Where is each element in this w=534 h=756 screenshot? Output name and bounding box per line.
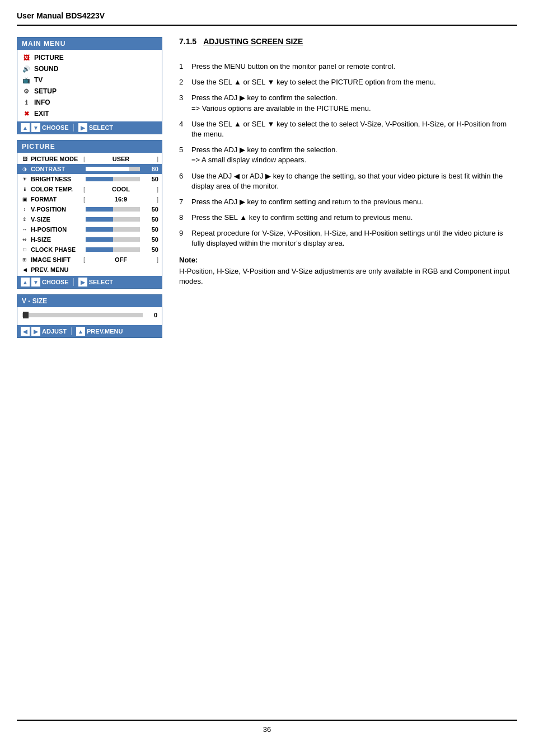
step-6-num: 6 bbox=[179, 171, 187, 191]
picture-mode-item[interactable]: 🖼 PICTURE MODE [ USER ] bbox=[17, 154, 162, 164]
clock-phase-bar bbox=[86, 247, 140, 252]
menu-item-setup-label: SETUP bbox=[34, 87, 57, 95]
section-number: 7.1.5 bbox=[179, 37, 196, 46]
step-3: 3 Press the ADJ ▶ key to confirm the sel… bbox=[179, 93, 517, 113]
brightness-item[interactable]: ☀ BRIGHTNESS 50 bbox=[17, 174, 162, 184]
step-3-text: Press the ADJ ▶ key to confirm the selec… bbox=[191, 93, 517, 113]
vsize-footer: ◀ ▶ ADJUST ▲ PREV.MENU bbox=[17, 325, 162, 337]
contrast-item[interactable]: ◑ CONTRAST 80 bbox=[17, 164, 162, 174]
h-position-bar-fill bbox=[86, 227, 113, 232]
menu-item-tv[interactable]: 📺 TV bbox=[17, 74, 162, 86]
v-size-bar-fill bbox=[86, 217, 113, 222]
image-shift-icon: ⊞ bbox=[21, 256, 29, 264]
section-title: ADJUSTING SCREEN SIZE bbox=[203, 37, 303, 46]
brightness-value: 50 bbox=[144, 176, 158, 182]
picture-menu-header: PICTURE bbox=[17, 140, 162, 153]
step-3-num: 3 bbox=[179, 93, 187, 113]
picture-choose-label: CHOOSE bbox=[42, 279, 69, 285]
page-footer: 36 bbox=[17, 720, 517, 734]
step-9-num: 9 bbox=[179, 228, 187, 248]
h-position-label: H-POSITION bbox=[31, 226, 81, 233]
vsize-box: V - SIZE 0 ◀ ▶ ADJUST bbox=[17, 294, 162, 338]
menu-item-picture[interactable]: 🖼 PICTURE bbox=[17, 52, 162, 63]
picture-menu-box: PICTURE 🖼 PICTURE MODE [ USER ] ◑ CONTRA… bbox=[17, 140, 162, 289]
menu-item-exit[interactable]: ✖ EXIT bbox=[17, 108, 162, 119]
clock-phase-value: 50 bbox=[144, 246, 158, 253]
adjust-left-icon: ◀ bbox=[21, 327, 30, 336]
sound-icon: 🔊 bbox=[22, 64, 31, 73]
step-2: 2 Use the SEL ▲ or SEL ▼ key to select t… bbox=[179, 77, 517, 87]
menu-item-picture-label: PICTURE bbox=[34, 54, 64, 62]
vsize-content: 0 bbox=[17, 307, 162, 325]
main-menu-footer: ▲ ▼ CHOOSE ▶ SELECT bbox=[17, 121, 162, 134]
step-5: 5 Press the ADJ ▶ key to confirm the sel… bbox=[179, 145, 517, 165]
vsize-slider-thumb[interactable] bbox=[23, 312, 29, 318]
v-size-label: V-SIZE bbox=[31, 216, 81, 223]
menu-item-sound-label: SOUND bbox=[34, 65, 58, 73]
picture-select-label: SELECT bbox=[89, 279, 113, 285]
info-icon: ℹ bbox=[22, 98, 31, 107]
adjust-btn[interactable]: ◀ ▶ ADJUST bbox=[21, 327, 67, 336]
vsize-slider-track[interactable] bbox=[22, 313, 143, 317]
format-item[interactable]: ▣ FORMAT [ 16:9 ] bbox=[17, 194, 162, 204]
setup-icon: ⚙ bbox=[22, 87, 31, 96]
choose-btn[interactable]: ▲ ▼ CHOOSE bbox=[21, 123, 69, 132]
choose-up-icon: ▲ bbox=[21, 123, 30, 132]
v-position-value: 50 bbox=[144, 206, 158, 213]
picture-choose-btn[interactable]: ▲ ▼ CHOOSE bbox=[21, 278, 69, 287]
picture-choose-down-icon: ▼ bbox=[31, 278, 40, 287]
vsize-header: V - SIZE bbox=[17, 295, 162, 307]
image-shift-value: OFF bbox=[87, 256, 154, 263]
menu-item-setup[interactable]: ⚙ SETUP bbox=[17, 86, 162, 97]
brightness-icon: ☀ bbox=[21, 175, 29, 183]
brightness-bar-fill bbox=[86, 177, 113, 181]
step-7-num: 7 bbox=[179, 197, 187, 207]
picture-mode-value: USER bbox=[87, 156, 154, 162]
clock-phase-item[interactable]: □ CLOCK PHASE 50 bbox=[17, 245, 162, 255]
page-header: User Manual BDS4223V bbox=[17, 11, 517, 26]
footer-sep-2 bbox=[73, 278, 74, 286]
picture-icon: 🖼 bbox=[22, 53, 31, 62]
v-position-label: V-POSITION bbox=[31, 206, 81, 213]
color-temp-icon: 🌡 bbox=[21, 185, 29, 193]
step-6: 6 Use the ADJ ◀ or ADJ ▶ key to change t… bbox=[179, 171, 517, 191]
vsize-slider-row: 0 bbox=[22, 312, 157, 318]
step-4-num: 4 bbox=[179, 119, 187, 139]
v-size-item[interactable]: ⇕ V-SIZE 50 bbox=[17, 214, 162, 224]
select-label: SELECT bbox=[89, 124, 113, 131]
step-7-text: Press the ADJ ▶ key to confirm setting a… bbox=[191, 197, 517, 207]
step-1: 1 Press the MENU button on the monitor p… bbox=[179, 62, 517, 72]
prevmenu-btn[interactable]: ▲ PREV.MENU bbox=[76, 327, 123, 336]
h-size-item[interactable]: ⇔ H-SIZE 50 bbox=[17, 234, 162, 245]
manual-title: User Manual BDS4223V bbox=[17, 11, 105, 20]
menu-item-info[interactable]: ℹ INFO bbox=[17, 97, 162, 108]
h-position-bar bbox=[86, 227, 140, 232]
adjust-label: ADJUST bbox=[42, 328, 67, 335]
content-area: MAIN MENU 🖼 PICTURE 🔊 SOUND 📺 TV bbox=[17, 37, 517, 720]
step-4-text: Use the SEL ▲ or SEL ▼ key to select the… bbox=[191, 119, 517, 139]
h-position-item[interactable]: ↔ H-POSITION 50 bbox=[17, 224, 162, 234]
color-temp-item[interactable]: 🌡 COLOR TEMP. [ COOL ] bbox=[17, 184, 162, 194]
step-5-num: 5 bbox=[179, 145, 187, 165]
picture-mode-label: PICTURE MODE bbox=[31, 156, 81, 162]
contrast-label: CONTRAST bbox=[31, 166, 81, 172]
prev-menu-item[interactable]: ◀ PREV. MENU bbox=[17, 265, 162, 275]
picture-select-btn[interactable]: ▶ SELECT bbox=[78, 278, 113, 287]
image-shift-item[interactable]: ⊞ IMAGE SHIFT [ OFF ] bbox=[17, 255, 162, 265]
contrast-bar bbox=[86, 167, 140, 171]
prev-menu-icon: ◀ bbox=[21, 266, 29, 274]
select-btn[interactable]: ▶ SELECT bbox=[78, 123, 113, 132]
menu-item-exit-label: EXIT bbox=[34, 110, 49, 118]
clock-phase-label: CLOCK PHASE bbox=[31, 246, 81, 253]
v-position-item[interactable]: ↕ V-POSITION 50 bbox=[17, 204, 162, 214]
step-2-num: 2 bbox=[179, 77, 187, 87]
main-menu-header: MAIN MENU bbox=[17, 37, 162, 50]
vsize-value: 0 bbox=[146, 312, 157, 318]
note-text: H-Position, H-Size, V-Position and V-Siz… bbox=[179, 266, 517, 287]
step-1-num: 1 bbox=[179, 62, 187, 72]
menu-item-sound[interactable]: 🔊 SOUND bbox=[17, 63, 162, 74]
step-9: 9 Repeat procedure for V-Size, V-Positio… bbox=[179, 228, 517, 248]
h-size-bar bbox=[86, 237, 140, 242]
prevmenu-icon: ▲ bbox=[76, 327, 85, 336]
h-size-bar-fill bbox=[86, 237, 113, 242]
